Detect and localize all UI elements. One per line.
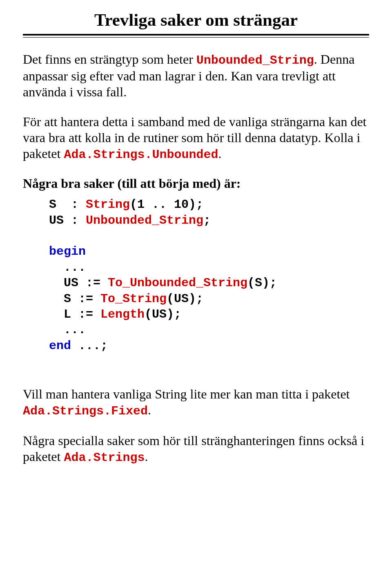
code-l3-fn: Length (100, 307, 145, 321)
code-dots-2: ... (49, 323, 86, 337)
code-ada-strings-fixed: Ada.Strings.Fixed (23, 404, 148, 418)
code-decl-s-type: String (86, 198, 130, 212)
code-decl-us-semi: ; (203, 214, 211, 227)
paragraph-3-text-pre: Vill man hantera vanliga String lite mer… (23, 387, 350, 401)
code-unbounded-string: Unbounded_String (196, 53, 314, 67)
code-decl-s-rhs: (1 .. 10); (130, 198, 203, 212)
code-l1-lhs: US := (49, 276, 108, 290)
paragraph-4: Några specialla saker som hör till strän… (23, 433, 369, 465)
paragraph-1: Det finns en strängtyp som heter Unbound… (23, 51, 369, 100)
code-decl-s-lhs: S : (49, 198, 86, 212)
code-ada-strings: Ada.Strings (64, 451, 145, 465)
code-l1-fn: To_Unbounded_String (108, 276, 247, 290)
section-heading-1: Några bra saker (till att börja med) är: (23, 176, 369, 191)
document-page: Trevliga saker om strängar Det finns en … (0, 0, 392, 495)
paragraph-4-text-post: . (145, 449, 148, 464)
code-l2-lhs: S := (49, 292, 100, 306)
code-begin: begin (49, 245, 86, 258)
paragraph-3: Vill man hantera vanliga String lite mer… (23, 386, 369, 419)
code-l2-fn: To_String (100, 292, 167, 306)
code-block: S : String(1 .. 10); US : Unbounded_Stri… (49, 197, 369, 354)
paragraph-3-text-post: . (148, 403, 151, 417)
paragraph-1-text-pre: Det finns en strängtyp som heter (23, 52, 196, 67)
paragraph-2-text-post: . (218, 146, 221, 161)
code-end: end (49, 339, 71, 353)
code-dots-1: ... (49, 261, 86, 274)
code-end-rhs: ...; (71, 339, 108, 353)
code-ada-strings-unbounded: Ada.Strings.Unbounded (64, 148, 218, 162)
title-divider (23, 34, 369, 38)
code-l2-rhs: (US); (167, 292, 203, 306)
code-l3-lhs: L := (49, 307, 100, 321)
code-decl-us-type: Unbounded_String (86, 214, 203, 227)
code-l1-rhs: (S); (247, 276, 277, 290)
code-decl-us-lhs: US : (49, 214, 86, 227)
paragraph-2: För att hantera detta i samband med de v… (23, 114, 369, 163)
code-l3-rhs: (US); (145, 307, 181, 321)
page-title: Trevliga saker om strängar (23, 10, 369, 30)
